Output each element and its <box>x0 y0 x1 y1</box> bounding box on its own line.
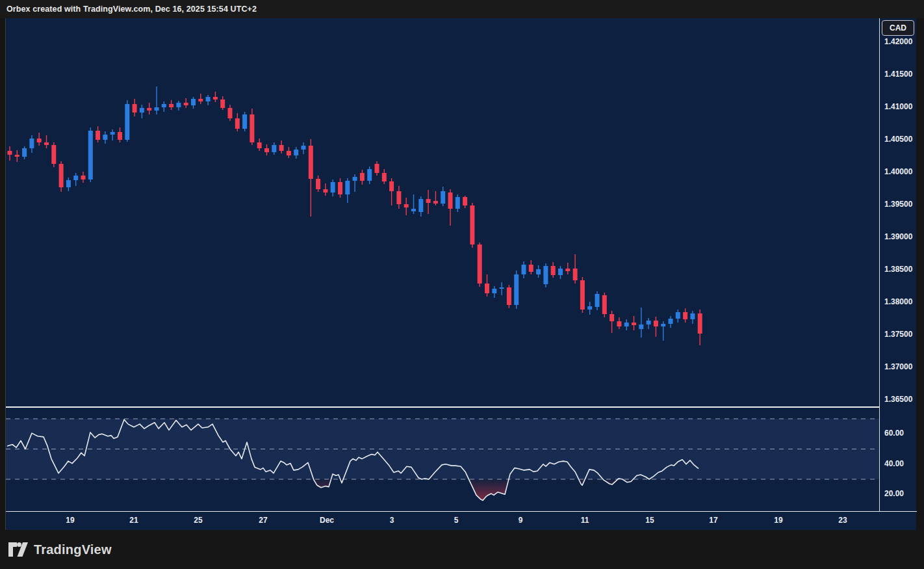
candle <box>15 150 19 162</box>
candle <box>184 98 188 108</box>
candle <box>647 318 651 329</box>
candle <box>81 172 86 183</box>
candle <box>683 308 687 323</box>
candle <box>228 105 233 121</box>
time-axis-label: 25 <box>194 516 202 525</box>
candle <box>176 101 181 111</box>
price-tick-label: 1.38500 <box>884 265 912 274</box>
time-axis-label: 27 <box>259 516 267 525</box>
time-axis-label: 19 <box>774 516 782 525</box>
candle <box>88 127 93 182</box>
candle <box>287 147 291 158</box>
candle <box>360 170 365 185</box>
candle <box>367 166 372 184</box>
time-axis[interactable]: 19212527Dec3591115171923 <box>6 511 917 530</box>
candle <box>353 174 357 192</box>
candle <box>220 96 225 110</box>
candle <box>133 99 137 116</box>
candle <box>37 133 42 146</box>
price-tick-label: 1.40000 <box>884 167 912 176</box>
candle <box>573 254 578 284</box>
price-tick-label: 1.38000 <box>884 297 912 306</box>
price-tick-label: 1.37500 <box>884 330 912 339</box>
rsi-tick-label: 20.00 <box>884 489 904 498</box>
candle <box>125 100 129 142</box>
price-tick-label: 1.42000 <box>884 37 912 46</box>
time-axis-label: 5 <box>454 516 459 525</box>
candle <box>485 274 489 297</box>
candle <box>206 95 211 105</box>
candle <box>565 263 570 274</box>
candle <box>29 135 34 153</box>
candle <box>456 194 460 212</box>
candlestick-chart[interactable] <box>6 18 879 406</box>
candle <box>147 103 151 114</box>
candle <box>433 191 438 205</box>
candle <box>323 183 327 196</box>
candle <box>463 196 467 208</box>
price-axis[interactable]: CAD 1.420001.415001.410001.405001.400001… <box>879 18 917 511</box>
attribution-text: Orbex created with TradingView.com, Dec … <box>6 5 257 14</box>
currency-badge: CAD <box>882 20 914 36</box>
candle <box>382 169 387 184</box>
candle <box>345 178 350 203</box>
candle <box>669 316 673 328</box>
rsi-tick-label: 60.00 <box>884 429 904 438</box>
candle <box>118 127 122 142</box>
candle <box>441 187 445 206</box>
candle <box>169 100 173 110</box>
candle <box>73 173 78 186</box>
price-pane[interactable] <box>6 18 879 408</box>
tradingview-snapshot: { "topbar": { "title": "Orbex created wi… <box>0 0 924 569</box>
candle <box>302 142 306 154</box>
candle <box>338 178 342 198</box>
price-tick-label: 1.36500 <box>884 395 912 404</box>
candle <box>500 282 504 295</box>
candle <box>309 139 313 217</box>
candle <box>162 101 166 112</box>
price-tick-label: 1.41000 <box>884 102 912 111</box>
rsi-chart[interactable] <box>6 408 879 511</box>
time-axis-label: 15 <box>645 516 654 525</box>
candle <box>676 310 680 323</box>
candle <box>639 308 643 337</box>
tradingview-brand-text: TradingView <box>34 542 112 557</box>
candle <box>411 194 416 214</box>
candle <box>602 293 607 317</box>
candle <box>404 198 409 215</box>
time-axis-label: 9 <box>519 516 523 525</box>
time-axis-label: 19 <box>66 516 74 525</box>
candle <box>617 317 621 329</box>
candle <box>8 146 12 161</box>
candle <box>478 243 482 287</box>
candle <box>272 142 276 155</box>
candle <box>558 266 563 279</box>
rsi-tick-label: 40.00 <box>884 459 904 468</box>
candle <box>580 277 585 313</box>
time-axis-label: 11 <box>581 516 589 525</box>
candle <box>543 263 548 287</box>
candle <box>470 203 474 248</box>
candle <box>507 285 511 308</box>
candle <box>514 271 519 309</box>
candle <box>316 176 320 192</box>
candle <box>587 302 592 315</box>
candle <box>426 190 431 214</box>
rsi-pane[interactable] <box>6 408 879 511</box>
candle <box>96 126 100 142</box>
candle <box>264 144 269 155</box>
candle <box>257 139 262 151</box>
tradingview-logo[interactable]: TradingView <box>8 542 112 557</box>
time-axis-label: 23 <box>838 516 847 525</box>
time-axis-label: Dec <box>320 516 334 525</box>
candle <box>595 291 600 310</box>
price-tick-label: 1.39500 <box>884 200 912 209</box>
candle <box>44 135 49 148</box>
candle <box>331 179 335 196</box>
chart-frame: 19212527Dec3591115171923 CAD 1.420001.41… <box>5 18 916 530</box>
candle <box>279 140 284 153</box>
candle <box>198 94 203 104</box>
candle <box>551 262 556 278</box>
candle <box>418 196 423 217</box>
candle <box>624 319 629 330</box>
